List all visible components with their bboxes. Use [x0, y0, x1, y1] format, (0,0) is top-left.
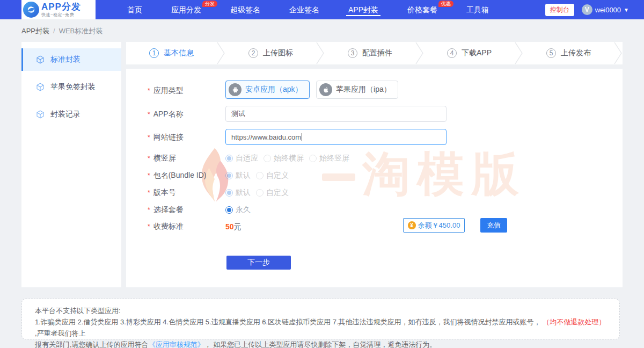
app-name-input[interactable]: 测试	[225, 106, 447, 122]
price-unit: 元	[234, 222, 241, 231]
balance-button[interactable]: ¥ 余额￥450.00	[403, 218, 465, 233]
step-upload-publish: 5 上传发布	[523, 48, 614, 58]
no-refund-warning: （均不做退款处理）	[543, 318, 605, 326]
chevron-separator-icon	[515, 42, 523, 64]
username[interactable]: wei0000	[595, 6, 621, 14]
top-navbar: APP分发 快速~稳定~免费 首页 应用分发 分发 超级签名 企业签名 APP封…	[0, 0, 644, 19]
discount-badge: 优惠	[438, 1, 453, 7]
logo[interactable]: APP分发 快速~稳定~免费	[21, 0, 96, 19]
nav-item-pricing[interactable]: 价格套餐 优惠	[407, 0, 437, 19]
recharge-button[interactable]: 充值	[480, 218, 507, 233]
nav-item-home[interactable]: 首页	[127, 0, 142, 19]
ios-type-button[interactable]: 苹果应用（ipa）	[316, 81, 398, 99]
next-step-button[interactable]: 下一步	[226, 256, 291, 270]
watermark-text: 淘模版	[362, 142, 526, 206]
policy-line-2: 1.诈骗类应用 2.借贷类应用 3.博彩类应用 4.色情类应用 5.违规直播类应…	[35, 316, 606, 339]
chevron-separator-icon	[614, 42, 623, 64]
site-url-input[interactable]: https://www.baidu.com	[225, 129, 447, 145]
step-basic-info: 1 基本信息	[126, 48, 217, 58]
nav-item-super-sign[interactable]: 超级签名	[230, 0, 260, 19]
app-packaging-page: APP分发 快速~稳定~免费 首页 应用分发 分发 超级签名 企业签名 APP封…	[0, 0, 644, 348]
radio-portrait[interactable]: 始终竖屏	[309, 154, 349, 163]
avatar[interactable]: V	[582, 4, 592, 15]
sidebar-item-standard-packaging[interactable]: 标准封装	[21, 48, 121, 71]
text-cursor	[302, 133, 302, 141]
nav-item-app-distribution[interactable]: 应用分发 分发	[171, 0, 201, 19]
orientation-radio-group: 自适应 始终横屏 始终竖屏	[225, 154, 355, 163]
plan-label: 选择套餐	[153, 205, 184, 214]
chevron-down-icon[interactable]: ▼	[624, 7, 629, 13]
distribution-badge: 分发	[202, 1, 217, 7]
basic-info-form: 淘模版 *应用类型 安卓应用（apk） 苹果应用（ipa）	[126, 69, 623, 287]
chevron-separator-icon	[316, 42, 325, 64]
app-type-label: 应用类型	[153, 86, 184, 95]
android-type-button[interactable]: 安卓应用（apk）	[225, 81, 310, 99]
wizard-stepper: 1 基本信息 2 上传图标 3 配置插件 4 下载APP 5 上传发布	[126, 42, 623, 64]
radio-default[interactable]: 默认	[225, 188, 251, 198]
radio-landscape[interactable]: 始终横屏	[264, 154, 304, 163]
price-amount: 50	[225, 222, 234, 231]
console-button[interactable]: 控制台	[545, 4, 574, 16]
nav-item-app-packaging[interactable]: APP封装	[348, 0, 378, 19]
bundle-id-radio-group: 默认 自定义	[225, 171, 294, 180]
version-radio-group: 默认 自定义	[225, 188, 294, 198]
sidebar-item-label: 标准封装	[50, 55, 80, 64]
breadcrumb-parent[interactable]: APP封装	[21, 27, 49, 35]
bundle-id-label: 包名(Bundle ID)	[153, 171, 207, 179]
review-spec-link[interactable]: 《应用审核规范》	[149, 340, 204, 348]
sidebar-item-label: 封装记录	[50, 110, 80, 119]
chevron-separator-icon	[217, 42, 225, 64]
step-configure-plugins: 3 配置插件	[325, 48, 415, 58]
step-download-app: 4 下载APP	[424, 48, 515, 58]
sidebar: 标准封装 苹果免签封装 封装记录	[21, 42, 121, 287]
price-label: 收费标准	[153, 222, 184, 230]
ios-type-label: 苹果应用（ipa）	[336, 85, 391, 95]
radio-custom[interactable]: 自定义	[256, 171, 289, 180]
breadcrumb: APP封装/WEB标准封装	[21, 26, 103, 36]
sidebar-item-label: 苹果免签封装	[50, 82, 96, 92]
logo-title: APP分发	[41, 2, 81, 11]
android-type-label: 安卓应用（apk）	[245, 85, 303, 95]
step-upload-icon: 2 上传图标	[225, 48, 316, 58]
sidebar-item-apple-nosign-packaging[interactable]: 苹果免签封装	[21, 76, 121, 98]
policy-notice: 本平台不支持以下类型应用: 1.诈骗类应用 2.借贷类应用 3.博彩类应用 4.…	[21, 299, 620, 339]
sidebar-item-packaging-records[interactable]: 封装记录	[21, 103, 121, 126]
plan-radio-group: 永久	[225, 205, 256, 215]
package-icon	[36, 83, 45, 91]
radio-custom[interactable]: 自定义	[256, 188, 289, 198]
policy-line-3: 报有关部门,请您确认上传的应用符合《应用审核规范》， 如果您已上传以上类型应用请…	[35, 339, 606, 348]
radio-default[interactable]: 默认	[225, 171, 251, 180]
orientation-label: 横竖屏	[153, 154, 176, 162]
package-icon	[36, 110, 45, 119]
nav-item-toolbox[interactable]: 工具箱	[466, 0, 489, 19]
main-menu: 首页 应用分发 分发 超级签名 企业签名 APP封装 价格套餐 优惠 工具箱	[113, 0, 503, 19]
apple-icon	[319, 83, 332, 96]
money-bag-icon: ¥	[408, 221, 416, 229]
site-url-label: 网站链接	[153, 133, 184, 141]
policy-line-1: 本平台不支持以下类型应用:	[35, 305, 606, 316]
android-icon	[229, 83, 241, 96]
breadcrumb-current: WEB标准封装	[59, 27, 103, 35]
logo-icon	[23, 2, 39, 18]
package-icon	[36, 55, 45, 64]
radio-permanent[interactable]: 永久	[225, 205, 251, 215]
chevron-separator-icon	[415, 42, 424, 64]
app-name-label: APP名称	[153, 110, 184, 118]
logo-subtitle: 快速~稳定~免费	[41, 13, 81, 17]
radio-adaptive[interactable]: 自适应	[225, 154, 258, 163]
nav-item-enterprise-sign[interactable]: 企业签名	[289, 0, 319, 19]
version-label: 版本号	[153, 188, 176, 197]
